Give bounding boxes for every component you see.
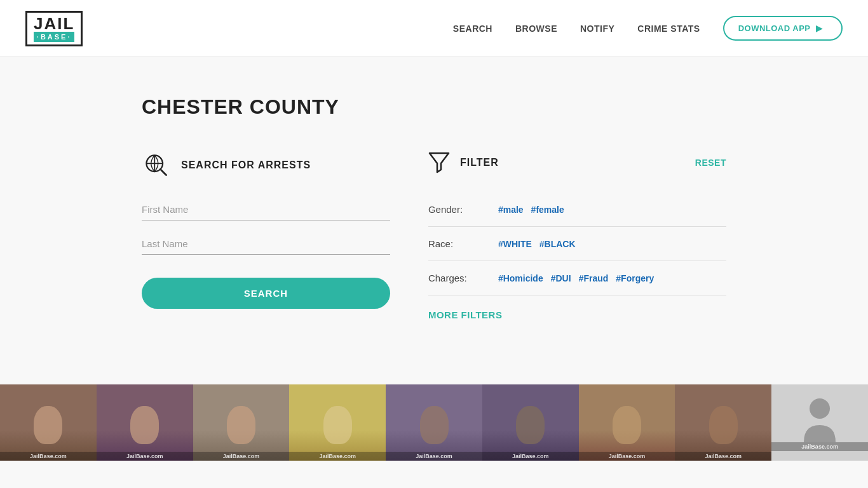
- photo-card-4[interactable]: JailBase.com: [289, 384, 386, 461]
- nav-crime-stats[interactable]: CRIME STATS: [637, 24, 700, 34]
- watermark-2: JailBase.com: [97, 452, 193, 461]
- tag-fraud[interactable]: #Fraud: [579, 273, 609, 283]
- photo-card-1[interactable]: JailBase.com: [0, 384, 97, 461]
- silhouette-icon: [801, 395, 839, 442]
- main-content: CHESTER COUNTY: [116, 57, 752, 346]
- watermark-5: JailBase.com: [386, 452, 482, 461]
- tag-homicide[interactable]: #Homicide: [498, 273, 543, 283]
- play-icon: ▶: [816, 24, 823, 33]
- gender-label: Gender:: [428, 204, 485, 215]
- tag-male[interactable]: #male: [498, 205, 524, 215]
- filter-header: FILTER RESET: [428, 151, 726, 175]
- gender-tags: #male #female: [498, 205, 564, 215]
- watermark-6: JailBase.com: [482, 452, 579, 461]
- nav-browse[interactable]: BROWSE: [515, 24, 557, 34]
- main-nav: SEARCH BROWSE NOTIFY CRIME STATS DOWNLOA…: [453, 16, 843, 41]
- nav-notify[interactable]: NOTIFY: [580, 24, 614, 34]
- charges-label: Charges:: [428, 273, 485, 283]
- last-name-group: [142, 233, 390, 255]
- charges-filter-row: Charges: #Homicide #DUI #Fraud #Forgery: [428, 261, 726, 295]
- race-label: Race:: [428, 238, 485, 249]
- race-filter-row: Race: #WHITE #BLACK: [428, 227, 726, 261]
- last-name-input[interactable]: [142, 233, 390, 255]
- tag-white[interactable]: #WHITE: [498, 239, 532, 249]
- photo-card-7[interactable]: JailBase.com: [579, 384, 675, 461]
- search-section-header: SEARCH FOR ARRESTS: [142, 151, 390, 180]
- svg-line-3: [160, 169, 166, 175]
- watermark-3: JailBase.com: [193, 452, 290, 461]
- search-filter-row: SEARCH FOR ARRESTS SEARCH FILTER: [142, 151, 726, 321]
- photos-strip: JailBase.com JailBase.com JailBase.com J…: [0, 384, 868, 461]
- filter-title-group: FILTER: [428, 151, 499, 175]
- nav-search[interactable]: SEARCH: [453, 24, 492, 34]
- search-section: SEARCH FOR ARRESTS SEARCH: [142, 151, 390, 309]
- watermark-9: JailBase.com: [771, 442, 868, 451]
- search-globe-icon: [142, 151, 171, 180]
- charges-tags: #Homicide #DUI #Fraud #Forgery: [498, 273, 654, 283]
- tag-black[interactable]: #BLACK: [539, 239, 576, 249]
- download-app-button[interactable]: DOWNLOAD APP ▶: [723, 16, 843, 41]
- svg-point-4: [810, 398, 830, 419]
- photo-card-6[interactable]: JailBase.com: [482, 384, 579, 461]
- logo[interactable]: JAIL ·BASE·: [25, 11, 83, 46]
- download-btn-label: DOWNLOAD APP: [738, 24, 811, 33]
- race-tags: #WHITE #BLACK: [498, 239, 576, 249]
- first-name-group: [142, 199, 390, 220]
- search-section-title: SEARCH FOR ARRESTS: [181, 159, 311, 171]
- photo-card-2[interactable]: JailBase.com: [97, 384, 193, 461]
- watermark-4: JailBase.com: [289, 452, 386, 461]
- search-button[interactable]: SEARCH: [142, 278, 390, 309]
- watermark-1: JailBase.com: [0, 452, 97, 461]
- tag-female[interactable]: #female: [531, 205, 564, 215]
- photo-card-5[interactable]: JailBase.com: [386, 384, 482, 461]
- photo-card-8[interactable]: JailBase.com: [675, 384, 771, 461]
- photo-card-3[interactable]: JailBase.com: [193, 384, 290, 461]
- watermark-8: JailBase.com: [675, 452, 771, 461]
- tag-dui[interactable]: #DUI: [551, 273, 571, 283]
- photo-card-9[interactable]: JailBase.com: [771, 384, 868, 461]
- watermark-7: JailBase.com: [579, 452, 675, 461]
- reset-button[interactable]: RESET: [695, 158, 726, 168]
- logo-jail-text: JAIL: [34, 15, 74, 32]
- site-header: JAIL ·BASE· SEARCH BROWSE NOTIFY CRIME S…: [0, 0, 868, 57]
- page-title: CHESTER COUNTY: [142, 95, 726, 119]
- first-name-input[interactable]: [142, 199, 390, 220]
- gender-filter-row: Gender: #male #female: [428, 193, 726, 227]
- filter-section: FILTER RESET Gender: #male #female Race:…: [428, 151, 726, 321]
- more-filters-button[interactable]: MORE FILTERS: [428, 309, 503, 320]
- tag-forgery[interactable]: #Forgery: [616, 273, 654, 283]
- filter-title: FILTER: [460, 157, 499, 168]
- logo-base-text: ·BASE·: [34, 32, 74, 42]
- filter-icon: [428, 151, 450, 175]
